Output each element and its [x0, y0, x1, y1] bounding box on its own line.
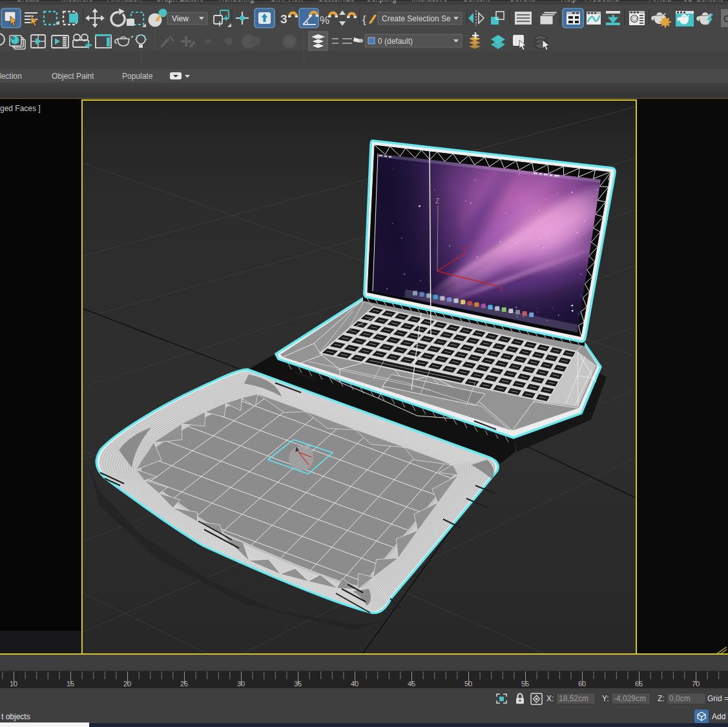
- svg-text:C: C: [723, 14, 728, 24]
- svg-text:View: View: [172, 14, 189, 23]
- svg-text:Z: Z: [435, 198, 439, 205]
- svg-text:%: %: [320, 14, 329, 26]
- svg-text:20: 20: [123, 680, 131, 688]
- svg-text:45: 45: [408, 680, 415, 688]
- svg-text:10: 10: [10, 680, 17, 688]
- svg-text:Create Selection Se: Create Selection Se: [382, 14, 451, 23]
- svg-text:35: 35: [294, 680, 302, 688]
- svg-text:60: 60: [578, 680, 586, 688]
- svg-text:65: 65: [635, 680, 643, 688]
- svg-text:0 (default): 0 (default): [378, 37, 413, 46]
- svg-text:15: 15: [67, 680, 74, 688]
- svg-text:{: {: [362, 14, 366, 26]
- svg-text:50: 50: [464, 680, 472, 688]
- svg-text:70: 70: [692, 680, 700, 688]
- svg-text:55: 55: [521, 680, 529, 688]
- svg-text:30: 30: [237, 680, 245, 688]
- svg-text:40: 40: [351, 680, 359, 688]
- svg-text:x: x: [499, 285, 503, 292]
- svg-text:25: 25: [180, 680, 188, 688]
- svg-text:y: y: [463, 245, 466, 252]
- svg-text:3: 3: [280, 12, 287, 26]
